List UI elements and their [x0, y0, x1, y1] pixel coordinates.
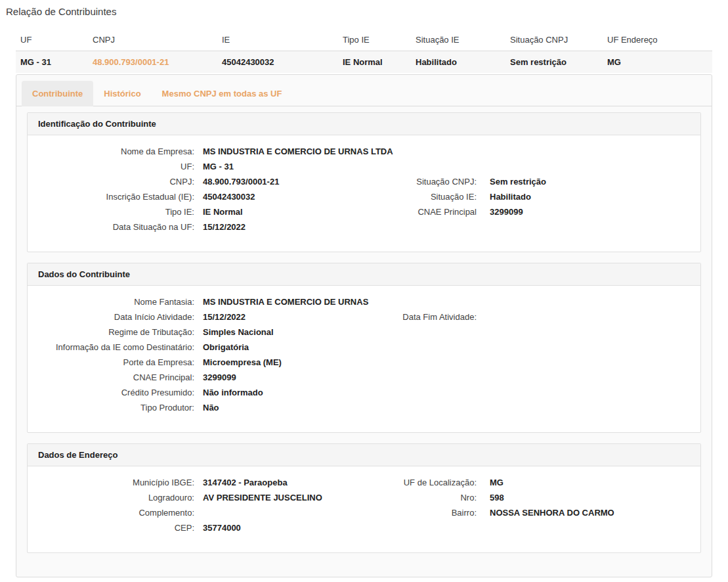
field-value-porte: Microempresa (ME)	[203, 355, 381, 370]
field-value-situacao-ie: Habilitado	[490, 189, 531, 204]
table-row: MG - 31 48.900.793/0001-21 45042430032 I…	[16, 51, 712, 73]
page-title: Relação de Contribuintes	[6, 6, 728, 17]
field-label-municipio: Município IBGE:	[28, 475, 194, 490]
field-label-tipo-produtor: Tipo Produtor:	[28, 400, 194, 415]
results-table: UF CNPJ IE Tipo IE Situação IE Situação …	[16, 29, 712, 73]
field-label-data-situacao: Data Situação na UF:	[28, 219, 194, 235]
field-label-complemento: Complemento:	[28, 505, 194, 520]
field-label-cnae: CNAE Principal	[381, 204, 477, 219]
cell-ie: 45042430032	[222, 51, 343, 73]
field-label-bairro: Bairro:	[381, 505, 477, 520]
field-row: Tipo IE: IE Normal CNAE Principal 329909…	[28, 204, 700, 219]
section-title: Dados do Contribuinte	[28, 263, 700, 286]
field-value-uf: MG - 31	[203, 159, 381, 174]
field-value-ie: 45042430032	[203, 189, 381, 204]
field-value-cnpj: 48.900.793/0001-21	[203, 174, 381, 189]
field-row: Tipo Produtor: Não	[28, 400, 700, 415]
section-identificacao: Identificação do Contribuinte Nome da Em…	[27, 112, 701, 252]
field-row: Logradouro: AV PRESIDENTE JUSCELINO Nro:…	[28, 490, 700, 505]
field-row: Inscrição Estadual (IE): 45042430032 Sit…	[28, 189, 700, 204]
field-label-uf-localizacao: UF de Localização:	[381, 475, 477, 490]
field-value-data-situacao: 15/12/2022	[203, 219, 381, 235]
field-row: Município IBGE: 3147402 - Paraopeba UF d…	[28, 475, 700, 490]
field-label-nome-empresa: Nome da Empresa:	[28, 144, 194, 159]
col-header-situacao-cnpj: Situação CNPJ	[510, 29, 607, 51]
field-row: Crédito Presumido: Não informado	[28, 385, 700, 400]
cell-uf-endereco: MG	[607, 51, 712, 73]
field-row: Data Situação na UF: 15/12/2022	[28, 219, 700, 235]
cell-situacao-ie: Habilitado	[416, 51, 510, 73]
field-label-logradouro: Logradouro:	[28, 490, 194, 505]
field-row: Regime de Tributação: Simples Nacional	[28, 325, 700, 340]
tab-mesmo-cnpj[interactable]: Mesmo CNPJ em todas as UF	[152, 81, 293, 106]
cell-situacao-cnpj: Sem restrição	[510, 51, 607, 73]
field-label-cnae-principal: CNAE Principal:	[28, 370, 194, 385]
field-label-info-ie-destinatario: Informação da IE como Destinatário:	[28, 340, 194, 355]
field-value-situacao-cnpj: Sem restrição	[490, 174, 546, 189]
tab-historico[interactable]: Histórico	[93, 81, 151, 106]
field-value-cnae-principal: 3299099	[203, 370, 381, 385]
field-label-situacao-ie: Situação IE:	[381, 189, 477, 204]
field-value-cep: 35774000	[203, 520, 381, 535]
field-label-situacao-cnpj: Situação CNPJ:	[381, 174, 477, 189]
col-header-uf-endereco: UF Endereço	[607, 29, 712, 51]
field-row: Informação da IE como Destinatário: Obri…	[28, 340, 700, 355]
field-label-porte: Porte da Empresa:	[28, 355, 194, 370]
field-row: Complemento: Bairro: NOSSA SENHORA DO CA…	[28, 505, 700, 520]
col-header-ie: IE	[222, 29, 343, 51]
cnpj-link[interactable]: 48.900.793/0001-21	[93, 57, 169, 67]
col-header-uf: UF	[16, 29, 93, 51]
field-row: CEP: 35774000	[28, 520, 700, 535]
section-dados-contribuinte: Dados do Contribuinte Nome Fantasia: MS …	[27, 263, 701, 433]
field-label-regime: Regime de Tributação:	[28, 325, 194, 340]
field-row: UF: MG - 31	[28, 159, 700, 174]
field-value-tipo-produtor: Não	[203, 400, 381, 415]
field-row: Nome da Empresa: MS INDUSTRIA E COMERCIO…	[28, 144, 700, 159]
section-endereco: Dados de Endereço Município IBGE: 314740…	[27, 443, 701, 553]
col-header-cnpj: CNPJ	[93, 29, 222, 51]
cell-uf: MG - 31	[16, 51, 93, 73]
field-label-uf: UF:	[28, 159, 194, 174]
detail-panel: Contribuinte Histórico Mesmo CNPJ em tod…	[16, 74, 712, 577]
field-value-municipio: 3147402 - Paraopeba	[203, 475, 381, 490]
field-value-bairro: NOSSA SENHORA DO CARMO	[490, 505, 614, 520]
field-value-cnae: 3299099	[490, 204, 523, 219]
field-value-data-inicio: 15/12/2022	[203, 309, 381, 325]
field-label-cep: CEP:	[28, 520, 194, 535]
field-label-ie: Inscrição Estadual (IE):	[28, 189, 194, 204]
field-label-data-fim: Data Fim Atividade:	[381, 309, 477, 325]
section-title: Dados de Endereço	[28, 444, 700, 466]
cell-cnpj: 48.900.793/0001-21	[93, 51, 222, 73]
field-row: CNAE Principal: 3299099	[28, 370, 700, 385]
field-value-credito-presumido: Não informado	[203, 385, 381, 400]
field-row: CNPJ: 48.900.793/0001-21 Situação CNPJ: …	[28, 174, 700, 189]
field-value-logradouro: AV PRESIDENTE JUSCELINO	[203, 490, 381, 505]
col-header-situacao-ie: Situação IE	[416, 29, 510, 51]
field-label-nro: Nro:	[381, 490, 477, 505]
field-label-data-inicio: Data Início Atividade:	[28, 309, 194, 325]
field-value-nro: 598	[490, 490, 504, 505]
field-label-tipo-ie: Tipo IE:	[28, 204, 194, 219]
col-header-tipo-ie: Tipo IE	[343, 29, 416, 51]
field-value-info-ie-destinatario: Obrigatória	[203, 340, 381, 355]
cell-tipo-ie: IE Normal	[343, 51, 416, 73]
tab-bar: Contribuinte Histórico Mesmo CNPJ em tod…	[16, 75, 712, 106]
tab-content: Identificação do Contribuinte Nome da Em…	[16, 106, 712, 577]
field-label-nome-fantasia: Nome Fantasia:	[28, 294, 194, 309]
field-value-complemento	[203, 505, 381, 520]
field-value-uf-localizacao: MG	[490, 475, 503, 490]
field-row: Data Início Atividade: 15/12/2022 Data F…	[28, 309, 700, 325]
field-value-nome-empresa: MS INDUSTRIA E COMERCIO DE URNAS LTDA	[203, 144, 381, 159]
tab-contribuinte[interactable]: Contribuinte	[22, 81, 93, 106]
field-value-tipo-ie: IE Normal	[203, 204, 381, 219]
field-label-credito-presumido: Crédito Presumido:	[28, 385, 194, 400]
field-row: Porte da Empresa: Microempresa (ME)	[28, 355, 700, 370]
field-value-regime: Simples Nacional	[203, 325, 381, 340]
field-value-nome-fantasia: MS INDUSTRIA E COMERCIO DE URNAS	[203, 294, 381, 309]
results-header-row: UF CNPJ IE Tipo IE Situação IE Situação …	[16, 29, 712, 51]
field-row: Nome Fantasia: MS INDUSTRIA E COMERCIO D…	[28, 294, 700, 309]
section-title: Identificação do Contribuinte	[28, 113, 700, 135]
field-label-cnpj: CNPJ:	[28, 174, 194, 189]
